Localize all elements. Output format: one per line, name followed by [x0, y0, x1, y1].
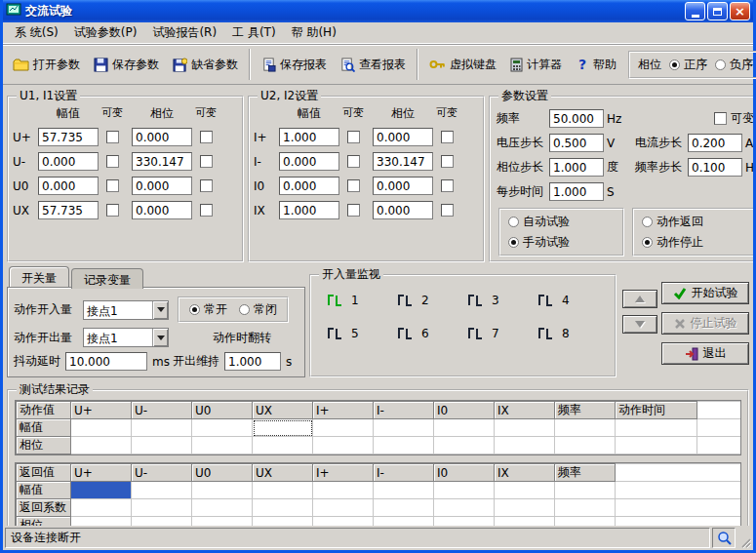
grid-cell[interactable] [132, 517, 192, 527]
current-step-input[interactable] [688, 134, 742, 152]
grid-cell[interactable] [434, 499, 495, 517]
grid-cell[interactable] [434, 482, 495, 499]
uminus-amplitude-input[interactable] [38, 152, 99, 171]
grid-cell[interactable] [132, 499, 192, 517]
izero-amp-variable-checkbox[interactable] [347, 179, 360, 192]
start-test-button[interactable]: 开始试验 [661, 282, 749, 304]
ix-amplitude-input[interactable] [279, 201, 339, 219]
grid-cell[interactable] [374, 499, 434, 517]
uplus-amplitude-input[interactable] [38, 128, 99, 146]
grid-cell[interactable] [253, 499, 313, 517]
izero-phase-variable-checkbox[interactable] [441, 179, 454, 192]
minimize-button[interactable] [685, 2, 705, 20]
grid-cell[interactable] [616, 419, 697, 437]
grid-cell[interactable] [313, 419, 374, 437]
ux-amplitude-input[interactable] [38, 201, 99, 219]
iplus-amp-variable-checkbox[interactable] [347, 131, 360, 143]
iminus-amplitude-input[interactable] [279, 152, 339, 171]
grid-cell[interactable] [374, 419, 434, 437]
step-time-input[interactable] [549, 182, 604, 201]
grid-cell[interactable] [495, 419, 555, 437]
grid-cell[interactable] [555, 482, 616, 499]
iminus-phase-input[interactable] [373, 152, 433, 171]
uplus-phase-variable-checkbox[interactable] [200, 131, 213, 143]
grid-cell[interactable] [192, 517, 253, 527]
action-output-select[interactable]: 接点1 [83, 328, 169, 347]
grid-cell[interactable] [71, 482, 132, 499]
grid-cell[interactable] [495, 482, 555, 499]
menu-help[interactable]: 帮 助(H) [284, 22, 344, 43]
grid-cell[interactable] [374, 517, 434, 527]
help-button[interactable]: ? 帮助 [570, 52, 622, 78]
monitor-channel-4[interactable]: 4 [534, 292, 604, 309]
positive-sequence-radio[interactable]: 正序 [669, 57, 707, 73]
grid-cell[interactable] [192, 499, 253, 517]
uminus-phase-input[interactable] [132, 152, 192, 171]
grid-cell[interactable] [253, 517, 313, 527]
phase-step-input[interactable] [549, 158, 604, 177]
grid-cell[interactable] [313, 482, 374, 499]
monitor-channel-3[interactable]: 3 [463, 292, 534, 309]
uminus-amp-variable-checkbox[interactable] [106, 155, 119, 168]
negative-sequence-radio[interactable]: 负序 [715, 57, 753, 73]
normally-closed-radio[interactable]: 常闭 [239, 301, 277, 318]
grid-cell[interactable] [71, 517, 132, 527]
grid-cell[interactable] [434, 517, 495, 527]
output-hold-input[interactable] [224, 352, 281, 371]
grid-cell[interactable] [434, 419, 495, 437]
action-return-radio[interactable]: 动作返回 [642, 214, 748, 230]
step-down-button[interactable] [622, 315, 657, 334]
tab-switch-quantity[interactable]: 开关量 [9, 266, 69, 287]
exit-button[interactable]: 退出 [661, 342, 749, 365]
grid-cell[interactable] [253, 482, 313, 499]
grid-cell[interactable] [132, 482, 192, 499]
monitor-channel-8[interactable]: 8 [534, 325, 604, 342]
ux-phase-variable-checkbox[interactable] [200, 204, 213, 217]
calculator-button[interactable]: 计算器 [504, 52, 568, 78]
grid-cell[interactable] [313, 517, 374, 527]
ix-amp-variable-checkbox[interactable] [347, 204, 360, 217]
close-button[interactable]: × [730, 2, 750, 20]
grid-cell[interactable] [555, 437, 616, 454]
grid-cell[interactable] [253, 437, 313, 454]
grid-cell[interactable] [132, 437, 192, 454]
uzero-phase-input[interactable] [132, 177, 192, 195]
auto-test-radio[interactable]: 自动试验 [508, 214, 615, 230]
freq-step-input[interactable] [688, 158, 742, 177]
monitor-channel-2[interactable]: 2 [393, 292, 463, 309]
monitor-channel-6[interactable]: 6 [393, 325, 463, 342]
izero-amplitude-input[interactable] [279, 177, 339, 195]
frequency-variable-checkbox[interactable]: 可变 [714, 110, 753, 127]
open-params-button[interactable]: 打开参数 [7, 52, 86, 78]
iplus-amplitude-input[interactable] [279, 128, 339, 146]
grid-cell[interactable] [71, 419, 132, 437]
uminus-phase-variable-checkbox[interactable] [200, 155, 213, 168]
action-stop-radio[interactable]: 动作停止 [642, 234, 748, 251]
grid-cell[interactable] [555, 517, 616, 527]
maximize-button[interactable] [707, 2, 728, 20]
action-input-select[interactable]: 接点1 [83, 300, 169, 320]
grid-cell[interactable] [555, 499, 616, 517]
menu-test-params[interactable]: 试验参数(P) [66, 22, 145, 43]
iminus-phase-variable-checkbox[interactable] [441, 155, 454, 168]
iplus-phase-variable-checkbox[interactable] [441, 131, 454, 143]
izero-phase-input[interactable] [373, 177, 433, 195]
menu-test-report[interactable]: 试验报告(R) [144, 22, 224, 43]
grid-cell[interactable] [313, 437, 374, 454]
frequency-input[interactable] [549, 109, 604, 128]
stop-test-button[interactable]: 停止试验 [661, 312, 749, 335]
uzero-phase-variable-checkbox[interactable] [200, 179, 213, 192]
view-report-button[interactable]: 查看报表 [335, 52, 412, 78]
grid-cell[interactable] [192, 482, 253, 499]
grid-cell[interactable] [71, 499, 132, 517]
grid-cell[interactable] [253, 419, 313, 437]
save-report-button[interactable]: 保存报表 [256, 52, 333, 78]
voltage-step-input[interactable] [549, 134, 604, 152]
default-params-button[interactable]: 缺省参数 [167, 52, 244, 78]
save-params-button[interactable]: 保存参数 [88, 52, 165, 78]
grid-cell[interactable] [616, 437, 697, 454]
resize-grip[interactable] [737, 528, 751, 548]
normally-open-radio[interactable]: 常开 [189, 301, 227, 318]
jitter-delay-input[interactable] [65, 352, 147, 371]
step-up-button[interactable] [622, 290, 657, 308]
